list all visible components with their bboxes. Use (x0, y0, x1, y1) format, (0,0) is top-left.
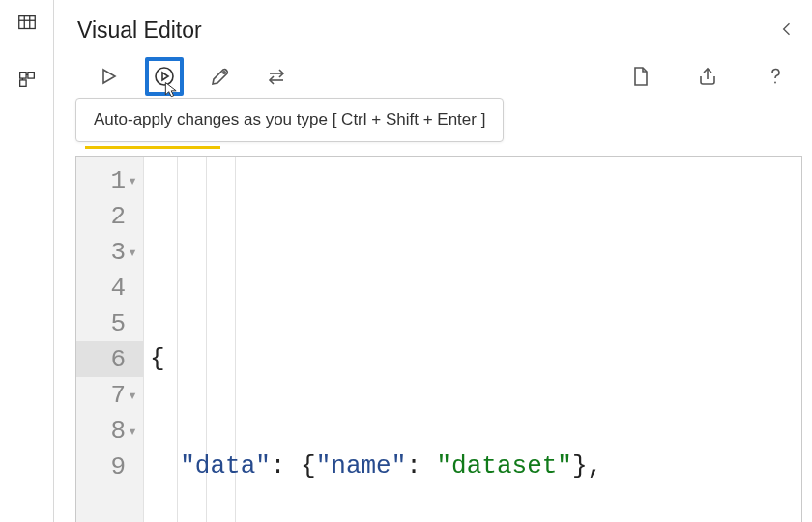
line-number: 1 (110, 166, 126, 195)
settings-button[interactable] (201, 57, 240, 96)
code-editor[interactable]: 1▾ 2▾ 3▾ 4▾ 5▾ 6▾ 7▾ 8▾ 9▾ { "data": {"n… (75, 156, 802, 522)
line-number: 8 (110, 417, 126, 446)
svg-rect-6 (19, 80, 25, 86)
tooltip: Auto-apply changes as you type [ Ctrl + … (75, 98, 504, 142)
panel-header: Visual Editor (75, 8, 802, 51)
svg-point-12 (223, 72, 225, 73)
line-number: 5 (110, 309, 126, 338)
svg-marker-9 (103, 70, 115, 83)
fold-icon[interactable]: ▾ (128, 421, 137, 441)
fold-icon[interactable]: ▾ (128, 171, 137, 190)
share-button[interactable] (688, 57, 727, 96)
rail-table-icon[interactable] (8, 4, 46, 43)
svg-marker-11 (162, 72, 168, 80)
line-gutter: 1▾ 2▾ 3▾ 4▾ 5▾ 6▾ 7▾ 8▾ 9▾ (76, 157, 144, 522)
visual-editor-panel: Visual Editor (54, 0, 812, 522)
line-number: 6 (110, 345, 126, 374)
code-content[interactable]: { "data": {"name": "dataset"}, "mark": {… (144, 157, 801, 522)
collapse-button[interactable] (777, 19, 797, 43)
svg-rect-5 (27, 72, 33, 78)
fold-icon[interactable]: ▾ (128, 243, 137, 262)
line-number: 2 (110, 202, 126, 231)
line-number: 9 (110, 452, 126, 481)
run-button[interactable] (89, 57, 128, 96)
rail-map-icon[interactable] (8, 60, 46, 99)
help-button[interactable] (756, 57, 795, 96)
swap-button[interactable] (257, 57, 296, 96)
line-number: 4 (110, 274, 126, 303)
svg-point-16 (774, 82, 776, 84)
new-file-button[interactable] (621, 57, 659, 96)
svg-rect-0 (18, 16, 35, 29)
auto-apply-button[interactable] (145, 57, 184, 96)
active-tab-underline (85, 146, 220, 149)
svg-rect-4 (19, 72, 25, 78)
line-number: 3 (110, 238, 126, 267)
left-rail (0, 0, 54, 522)
line-number: 7 (110, 381, 126, 410)
fold-icon[interactable]: ▾ (128, 386, 137, 405)
panel-title: Visual Editor (77, 17, 202, 44)
